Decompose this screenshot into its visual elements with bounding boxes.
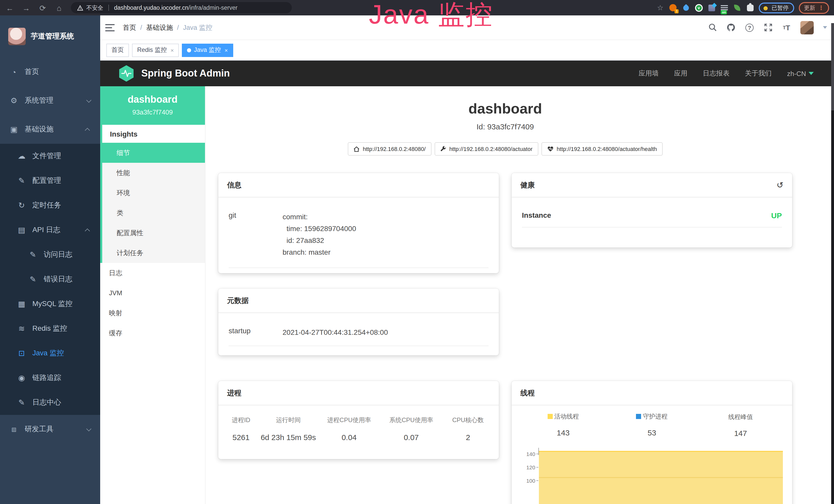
breadcrumb-infrastructure[interactable]: 基础设施 <box>146 23 173 32</box>
peak-threads-value: 147 <box>696 429 785 437</box>
sidebar-item-home[interactable]: ◔首页 <box>0 58 100 86</box>
sba-item-logs[interactable]: 日志 <box>100 263 205 283</box>
sba-content: dashboard Id: 93a3fc7f7409 http://192.16… <box>205 86 834 504</box>
browser-back-icon[interactable]: ← <box>5 4 14 12</box>
sba-item-scheduled-tasks[interactable]: 计划任务 <box>102 243 205 263</box>
tag-home[interactable]: 首页 <box>106 43 129 57</box>
health-url-button[interactable]: http://192.168.0.2:48080/actuator/health <box>541 142 662 156</box>
sidebar-item-dev-tools[interactable]: ⧈研发工具 <box>0 415 100 444</box>
process-card-title: 进程 <box>227 389 241 398</box>
extension-y-icon[interactable]: v <box>695 4 703 12</box>
browser-refresh-icon[interactable]: ⟳ <box>38 4 47 12</box>
sidebar-item-access-logs[interactable]: ✎访问日志 <box>0 243 100 267</box>
sba-item-caches[interactable]: 缓存 <box>100 323 205 343</box>
security-warning-icon[interactable] <box>77 5 83 10</box>
extensions-puzzle-icon[interactable] <box>746 4 754 12</box>
chevron-down-icon <box>86 97 91 102</box>
app-sidebar: 芋道管理系统 ◔首页 ⚙系统管理 ▣基础设施 ☁文件管理 ✎配置管理 ↻定时任务… <box>0 16 100 504</box>
sidebar-item-java-monitor[interactable]: ⊡Java 监控 <box>0 341 100 366</box>
legend-swatch-blue <box>636 414 641 419</box>
sba-item-environment[interactable]: 环境 <box>102 183 205 203</box>
sidebar-item-scheduled-tasks[interactable]: ↻定时任务 <box>0 193 100 218</box>
health-status-badge: UP <box>771 211 782 220</box>
sidebar-item-log-center[interactable]: ✎日志中心 <box>0 390 100 415</box>
sba-item-config-props[interactable]: 配置属性 <box>102 223 205 243</box>
breadcrumb-home[interactable]: 首页 <box>123 23 136 32</box>
sba-sidebar: dashboard 93a3fc7f7409 Insights 细节 性能 环境… <box>100 86 205 504</box>
sba-nav-applications[interactable]: 应用 <box>674 69 687 78</box>
health-instance-label: Instance <box>522 211 551 220</box>
user-avatar[interactable] <box>800 21 814 34</box>
url-path: /infra/admin-server <box>188 5 238 11</box>
sidebar-item-error-logs[interactable]: ✎错误日志 <box>0 267 100 292</box>
history-icon[interactable]: ↺ <box>776 181 784 189</box>
sidebar-item-trace[interactable]: ◉链路追踪 <box>0 366 100 390</box>
sba-nav-wallboard[interactable]: 应用墙 <box>639 69 659 78</box>
address-bar[interactable]: 不安全 dashboard.yudao.iocoder.cn/infra/adm… <box>71 2 292 13</box>
page-scrollbar[interactable] <box>831 23 834 504</box>
sba-item-metrics[interactable]: 性能 <box>102 163 205 183</box>
gear-icon: ⚙ <box>9 96 19 105</box>
sba-brand[interactable]: Spring Boot Admin <box>118 65 230 82</box>
extension-pin-icon[interactable] <box>682 4 690 12</box>
screen: ← → ⟳ ⌂ 不安全 dashboard.yudao.iocoder.cn/i… <box>0 0 834 504</box>
process-value-process-cpu: 0.04 <box>318 433 380 442</box>
threads-card-title: 线程 <box>520 389 535 398</box>
tag-redis-monitor[interactable]: Redis 监控× <box>132 43 179 57</box>
browser-menu-dots-icon[interactable]: ⋮ <box>818 4 824 11</box>
extension-on-badge: on <box>721 10 727 15</box>
avatar-caret-icon[interactable] <box>823 26 827 29</box>
sidebar-item-redis-monitor[interactable]: ≋Redis 监控 <box>0 316 100 341</box>
extension-leaf-icon[interactable] <box>733 4 742 12</box>
browser-toolbar: ← → ⟳ ⌂ 不安全 dashboard.yudao.iocoder.cn/i… <box>0 0 834 16</box>
service-url-button[interactable]: http://192.168.0.2:48080/ <box>348 142 431 156</box>
sidebar-item-file-management[interactable]: ☁文件管理 <box>0 144 100 168</box>
sidebar-item-system-management[interactable]: ⚙系统管理 <box>0 86 100 115</box>
search-icon[interactable] <box>708 23 717 32</box>
viewport: ← → ⟳ ⌂ 不安全 dashboard.yudao.iocoder.cn/i… <box>0 0 834 504</box>
actuator-url-button[interactable]: http://192.168.0.2:48080/actuator <box>434 142 538 156</box>
sba-nav-about[interactable]: 关于我们 <box>745 69 772 78</box>
sidebar-item-api-logs[interactable]: ▤API 日志 <box>0 218 100 243</box>
sba-locale-select[interactable]: zh-CN <box>787 70 814 77</box>
extension-grid-icon[interactable] <box>708 4 716 12</box>
sba-instance-header[interactable]: dashboard 93a3fc7f7409 <box>100 86 205 125</box>
insights-group: Insights 细节 性能 环境 类 配置属性 计划任务 <box>100 125 205 263</box>
security-label[interactable]: 不安全 <box>86 4 103 12</box>
address-divider <box>108 5 109 11</box>
browser-update-button[interactable]: 更新 ⋮ <box>799 2 829 14</box>
browser-forward-icon[interactable]: → <box>22 4 31 12</box>
sidebar-item-infrastructure[interactable]: ▣基础设施 <box>0 115 100 144</box>
browser-profile-chip[interactable]: ☻ 已暂停 <box>759 2 794 13</box>
y-tick-140: 140 <box>526 451 535 457</box>
github-icon[interactable] <box>726 23 736 32</box>
sba-item-classes[interactable]: 类 <box>102 203 205 223</box>
log-icon: ▤ <box>17 225 26 235</box>
y-tick-100: 100 <box>526 478 535 484</box>
hamburger-icon[interactable] <box>105 24 114 31</box>
scrollbar-thumb[interactable] <box>831 23 834 110</box>
fullscreen-icon[interactable] <box>763 23 773 32</box>
sidebar-item-config-management[interactable]: ✎配置管理 <box>0 168 100 193</box>
browser-home-icon[interactable]: ⌂ <box>54 4 64 12</box>
close-icon[interactable]: × <box>171 47 174 53</box>
page-subtitle: Id: 93a3fc7f7409 <box>218 122 792 131</box>
extension-list-icon[interactable]: on <box>721 4 729 12</box>
header-actions: ? TT <box>708 21 827 34</box>
sidebar-item-mysql-monitor[interactable]: ▦MySQL 监控 <box>0 292 100 316</box>
font-size-icon[interactable]: TT <box>782 23 791 32</box>
tag-java-monitor[interactable]: Java 监控× <box>182 43 233 57</box>
sba-item-details[interactable]: 细节 <box>102 143 205 163</box>
sba-item-mappings[interactable]: 映射 <box>100 303 205 323</box>
process-value-system-cpu: 0.07 <box>380 433 442 442</box>
url-text[interactable]: dashboard.yudao.iocoder.cn/infra/admin-s… <box>114 5 238 11</box>
sba-nav-journal[interactable]: 日志报表 <box>703 69 729 78</box>
extension-orange-icon[interactable]: 1 <box>669 4 677 12</box>
info-key: git <box>228 211 283 258</box>
help-icon[interactable]: ? <box>745 23 754 32</box>
heartbeat-icon <box>547 146 553 152</box>
bookmark-star-icon[interactable]: ☆ <box>656 4 664 12</box>
sba-item-jvm[interactable]: JVM <box>100 283 205 303</box>
close-icon[interactable]: × <box>224 47 228 53</box>
chevron-down-icon <box>86 426 91 431</box>
